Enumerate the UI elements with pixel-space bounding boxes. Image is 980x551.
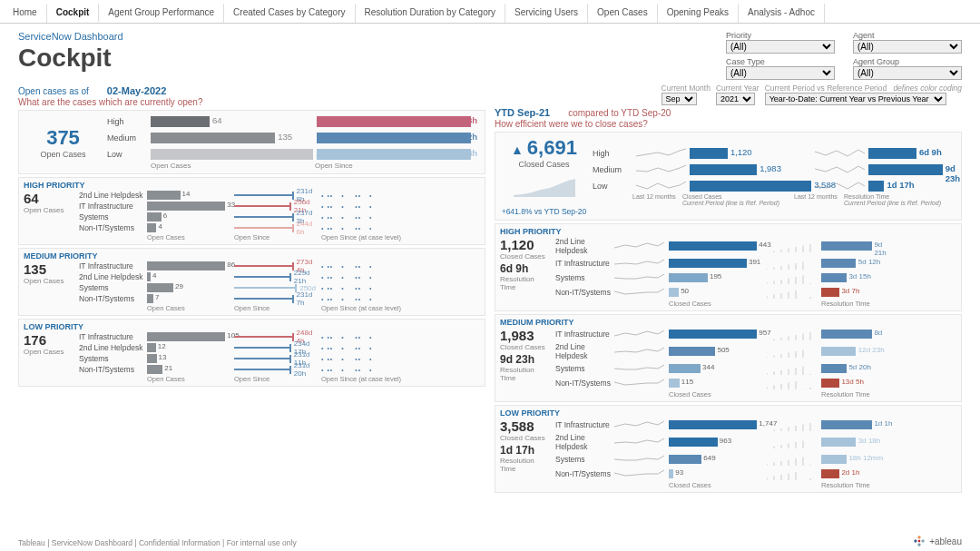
group-label: 2nd Line Helpdesk	[555, 237, 614, 255]
open-col2: Open Since	[315, 162, 479, 170]
svg-rect-89	[915, 539, 916, 543]
filter-label-agent-group: Agent Group	[853, 57, 962, 66]
priority-rt: 9d 23h	[500, 353, 550, 366]
ytd-title: YTD Sep-21	[495, 107, 550, 118]
filter-label-priority: Priority	[726, 31, 835, 40]
group-label: Non-IT/Systems	[79, 223, 147, 232]
case-dots: • •• • •• •	[321, 214, 430, 221]
breadcrumb[interactable]: ServiceNow Dashboard	[18, 31, 123, 42]
priority-closed: 3,588	[500, 418, 550, 434]
tab-created-cases-by-category[interactable]: Created Cases by Category	[224, 4, 355, 23]
filter-agent[interactable]: (All)	[853, 40, 962, 54]
case-dots: • •• • •• •	[321, 334, 430, 340]
closed-sparkline	[514, 171, 575, 205]
spark-icon	[614, 257, 664, 270]
cap-res: Resolution Time	[844, 193, 889, 200]
group-label: Non-IT/Systems	[555, 469, 614, 478]
cap-closed-note: Current Period (line is Ref. Period)	[682, 200, 779, 206]
open-subquestion: What are the cases which are currently o…	[18, 97, 485, 107]
spark-icon	[614, 436, 664, 448]
spark-icon	[767, 286, 817, 299]
tab-open-cases[interactable]: Open Cases	[588, 4, 658, 23]
group-label: IT Infrastructure	[555, 259, 614, 268]
spark-icon	[767, 377, 817, 389]
priority-count-label: Open Cases	[24, 277, 74, 285]
case-dots: • •• • •• •	[321, 203, 430, 210]
priority-header: HIGH PRIORITY	[500, 227, 956, 236]
svg-rect-92	[918, 540, 920, 542]
group-label: 2nd Line Helpdesk	[555, 342, 614, 360]
priority-count: 64	[24, 191, 74, 206]
tab-opening-peaks[interactable]: Opening Peaks	[658, 4, 739, 23]
hero-row-label: High	[593, 149, 632, 158]
filter-priority[interactable]: (All)	[726, 40, 835, 54]
tab-cockpit[interactable]: Cockpit	[47, 4, 100, 23]
tab-home[interactable]: Home	[4, 4, 47, 23]
open-total: 375	[24, 126, 102, 150]
group-label: Systems	[555, 364, 614, 373]
spark-icon	[767, 271, 817, 284]
priority-count-label: Open Cases	[24, 348, 74, 356]
filter-case-type[interactable]: (All)	[726, 66, 835, 80]
case-dots: • •• • •• •	[321, 285, 430, 291]
filters: Priority(All) Agent(All) Case Type(All) …	[726, 31, 962, 80]
spark-icon	[767, 436, 817, 448]
closed-cases-panel: Current MonthSep Current Year2021 Curren…	[495, 84, 962, 493]
spark-icon	[767, 467, 817, 480]
case-dots: • •• • •• •	[321, 225, 430, 231]
tab-servicing-users[interactable]: Servicing Users	[505, 4, 588, 23]
cap-l12a: Last 12 months	[632, 193, 682, 206]
spark-icon	[614, 362, 664, 375]
tab-resolution-duration-by-category[interactable]: Resolution Duration by Category	[356, 4, 506, 23]
page-title: Cockpit	[18, 44, 123, 73]
spark-icon	[614, 286, 664, 299]
tableau-logo: +ableau	[913, 535, 962, 547]
hero-row-label: Medium	[107, 133, 147, 143]
tab-agent-group-performance[interactable]: Agent Group Performance	[99, 4, 224, 23]
group-label: Non-IT/Systems	[555, 288, 614, 297]
group-label: 2nd Line Helpdesk	[79, 343, 147, 352]
group-label: IT Infrastructure	[79, 202, 147, 211]
spark-icon	[614, 467, 664, 480]
filter-label-agent: Agent	[853, 31, 962, 40]
priority-count-label: Open Cases	[24, 206, 74, 214]
spark-icon	[767, 240, 817, 252]
svg-rect-91	[923, 539, 924, 543]
tab-analysis-adhoc[interactable]: Analysis - Adhoc	[739, 4, 825, 23]
group-label: IT Infrastructure	[79, 332, 147, 341]
period-year[interactable]: 2021	[716, 93, 755, 105]
group-label: Systems	[79, 354, 147, 363]
group-label: Systems	[79, 212, 147, 221]
group-label: Systems	[555, 455, 614, 464]
case-dots: • •• • •• •	[321, 263, 430, 270]
hero-row-label: Low	[107, 150, 147, 159]
group-label: 2nd Line Helpdesk	[555, 433, 614, 451]
spark-icon	[767, 362, 817, 375]
priority-header: HIGH PRIORITY	[24, 181, 480, 190]
case-dots: • •• • •• •	[321, 356, 430, 362]
case-dots: • •• • •• •	[321, 274, 430, 280]
spark-icon	[614, 240, 664, 252]
open-total-label: Open Cases	[24, 150, 102, 159]
period-ref-label: Current Period vs Reference Period	[765, 84, 887, 93]
filter-label-case-type: Case Type	[726, 57, 835, 66]
hero-row-label: Medium	[593, 165, 632, 174]
period-year-label: Current Year	[716, 84, 760, 93]
open-col1: Open Cases	[151, 162, 315, 170]
case-dots: • •• • •• •	[321, 367, 430, 373]
tab-bar: HomeCockpitAgent Group PerformanceCreate…	[0, 0, 980, 24]
spark-icon	[614, 377, 664, 389]
group-label: Non-IT/Systems	[555, 379, 614, 388]
priority-header: MEDIUM PRIORITY	[24, 251, 480, 261]
period-month[interactable]: Sep	[662, 93, 697, 105]
priority-closed: 1,983	[500, 328, 550, 343]
spark-icon	[614, 418, 664, 431]
spark-icon	[636, 180, 686, 192]
group-label: IT Infrastructure	[555, 420, 614, 429]
filter-agent-group[interactable]: (All)	[853, 66, 962, 80]
spark-icon	[614, 453, 664, 466]
hero-row-label: High	[107, 117, 147, 126]
period-ref[interactable]: Year-to-Date: Current Year vs Previous Y…	[765, 93, 946, 105]
case-dots: • •• • •• •	[321, 296, 430, 302]
spark-icon	[614, 345, 664, 358]
